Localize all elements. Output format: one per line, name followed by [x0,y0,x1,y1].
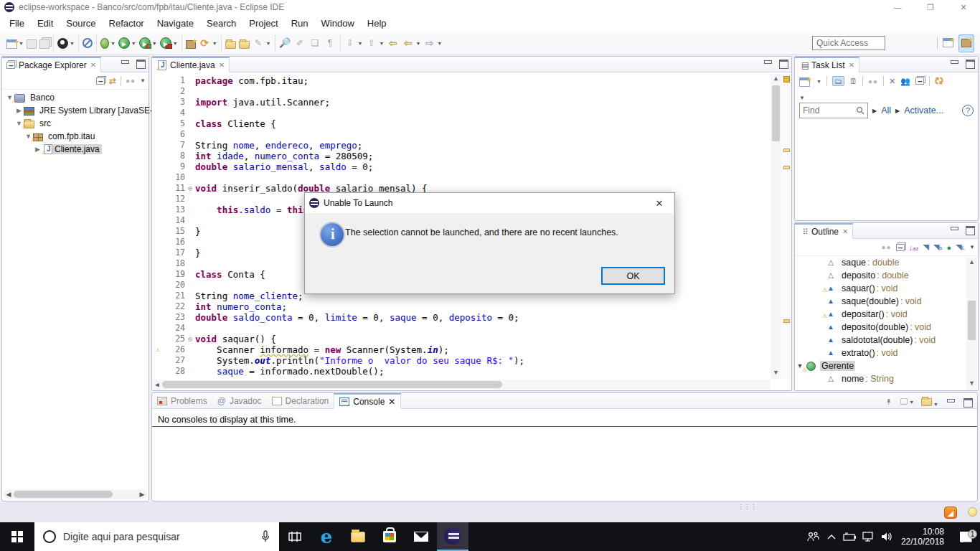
hide-non-public-button[interactable]: ● [947,243,952,252]
battery-icon[interactable] [841,532,859,541]
external-tools-button[interactable]: ▼ [159,37,179,50]
menu-window[interactable]: Window [315,16,361,31]
outline-tab[interactable]: ⠿ Outline ✕ [795,223,853,239]
mark-occurrences-button[interactable]: ✐ [293,37,308,50]
clean-dropdown-arrow[interactable]: ▼ [266,41,271,46]
scroll-left-icon[interactable]: ◀ [152,381,162,388]
new-task-button[interactable] [799,77,810,87]
menu-refactor[interactable]: Refactor [103,16,151,31]
outline-item-deposito-double-[interactable]: ▲deposito(double) : void [795,321,978,334]
hide-static-button[interactable]: ◥s [933,242,942,252]
menu-file[interactable]: File [3,16,31,31]
pin-console-button[interactable]: 🖈 [885,397,893,406]
console-tab-javadoc[interactable]: @Javadoc [212,393,267,409]
activate-expander-icon[interactable]: ▶ [895,108,900,114]
outline-item-saque[interactable]: △saque : double [795,256,978,269]
warning-marker[interactable] [783,319,790,323]
previous-annotation-dropdown-arrow[interactable]: ▼ [379,41,384,46]
microphone-icon[interactable] [260,530,270,543]
search-button[interactable]: 🔎 [278,37,293,50]
mail-button[interactable] [405,522,437,551]
forward-dropdown-arrow[interactable]: ▼ [437,41,442,46]
outline-item-extrato-[interactable]: ▲extrato() : void [795,347,978,359]
fold-icon[interactable]: ⊖ [185,334,195,344]
external-tools-dropdown-arrow[interactable]: ▼ [173,41,178,46]
start-button[interactable] [0,522,34,551]
package-explorer-minimize-button[interactable] [120,59,130,67]
ok-button[interactable]: OK [601,267,665,285]
outline-minimize-button[interactable] [949,225,959,234]
console-tab-problems[interactable]: Problems [152,393,212,409]
code-line-26[interactable]: ⚠26 Scanner informado = new Scanner(Syst… [152,344,770,355]
scroll-up-icon[interactable]: ▲ [771,75,781,84]
outline-maximize-button[interactable] [965,225,975,234]
new-dropdown-arrow[interactable]: ▼ [19,41,24,46]
menu-run[interactable]: Run [285,16,315,31]
package-explorer-maximize-button[interactable] [136,59,146,67]
synchronize-button[interactable]: 🗘 [935,76,943,86]
code-line-27[interactable]: 27 System.out.println("Informe o valor d… [152,355,770,366]
expander-icon[interactable]: ▶ [14,107,24,114]
dialog-close-button[interactable]: ✕ [644,193,674,213]
code-line-7[interactable]: 7String nome, endereco, emprego; [152,140,770,151]
open-perspective-button[interactable] [941,35,956,52]
hscroll-thumb[interactable] [14,491,113,498]
next-annotation-dropdown-arrow[interactable]: ▼ [358,41,363,46]
code-line-2[interactable]: 2 [152,86,770,97]
code-line-1[interactable]: 1package com.fpb.itau; [152,75,770,86]
outline-item-deposito[interactable]: △deposito : double [795,269,978,282]
run-dropdown-arrow[interactable]: ▼ [131,41,136,46]
code-line-9[interactable]: 9double salario_mensal, saldo = 0; [152,161,770,172]
task-collapse-all-button[interactable] [915,77,924,85]
display-console-button[interactable]: 🖵▼ [900,397,915,406]
news-feed-icon[interactable]: ◢ [944,507,957,519]
restore-window-button[interactable]: ❐ [914,0,947,14]
user-account-button[interactable]: ▼ [56,37,76,50]
debug-dropdown-arrow[interactable]: ▼ [110,41,116,46]
outline-item-depositar-[interactable]: ▲⚠depositar() : void [795,308,978,321]
menu-edit[interactable]: Edit [31,16,60,31]
categorized-view-button[interactable]: 🗂 [832,76,844,86]
hide-local-types-button[interactable]: ◥L [956,242,965,252]
console-maximize-button[interactable] [963,397,973,406]
open-task-button[interactable] [224,37,237,50]
code-line-6[interactable]: 6 [152,129,770,140]
task-view-menu-button[interactable]: ▼ [799,95,805,101]
outline-collapse-all-button[interactable] [896,244,905,251]
fold-icon[interactable]: ⊖ [185,183,195,194]
vscroll-thumb[interactable] [772,85,780,141]
code-line-24[interactable]: 24 [152,323,770,334]
tips-lightbulb-icon[interactable] [968,507,977,517]
presentation-button[interactable]: ●● [868,77,878,85]
editor-minimize-button[interactable] [763,59,773,67]
code-line-8[interactable]: 8int idade, numero_conta = 280509; [152,151,770,161]
focus-task-button[interactable]: ●● [126,77,136,85]
view-menu-button[interactable]: ▼ [140,77,146,84]
minimize-window-button[interactable]: — [881,0,914,14]
tray-chevron-button[interactable] [822,534,841,540]
outline-item-saque-double-[interactable]: ▲saque(double) : void [795,295,978,308]
warning-marker[interactable] [783,149,790,152]
warning-marker[interactable] [783,166,790,169]
sort-button[interactable]: ↓az [909,243,919,252]
code-line-5[interactable]: 5class Cliente { [152,118,770,129]
outline-presentation-button[interactable]: ●● [882,243,892,251]
network-icon[interactable] [859,532,878,542]
outline-item-saldototal-double-[interactable]: ▲saldototal(double) : void [795,334,978,347]
scroll-up-icon[interactable]: ▲ [966,258,977,268]
scheduled-view-button[interactable]: 🗓 [849,77,857,85]
scroll-down-icon[interactable]: ▼ [966,380,977,389]
taskbar-clock[interactable]: 10:08 22/10/2018 [897,527,951,547]
task-list-close-icon[interactable]: ✕ [849,61,854,69]
previous-annotation-button[interactable]: ⇧▼ [364,37,385,50]
next-annotation-button[interactable]: ⇩▼ [343,37,364,50]
console-tab-declaration[interactable]: Declaration [267,393,334,409]
task-list-tab[interactable]: ▤ Task List ✕ [795,57,859,72]
back-dropdown-arrow[interactable]: ▼ [415,41,420,46]
hide-fields-button[interactable]: ◥ [923,242,929,252]
tree-item-cliente-java[interactable]: ▶⚠Cliente.java [2,143,149,156]
code-line-23[interactable]: 23double saldo_conta = 0, limite = 0, sa… [152,312,770,323]
scroll-right-icon[interactable]: ▶ [137,491,147,498]
editor-tab-cliente-java[interactable]: ⚠ Cliente.java ✕ [152,57,230,72]
outline-close-icon[interactable]: ✕ [842,227,848,235]
